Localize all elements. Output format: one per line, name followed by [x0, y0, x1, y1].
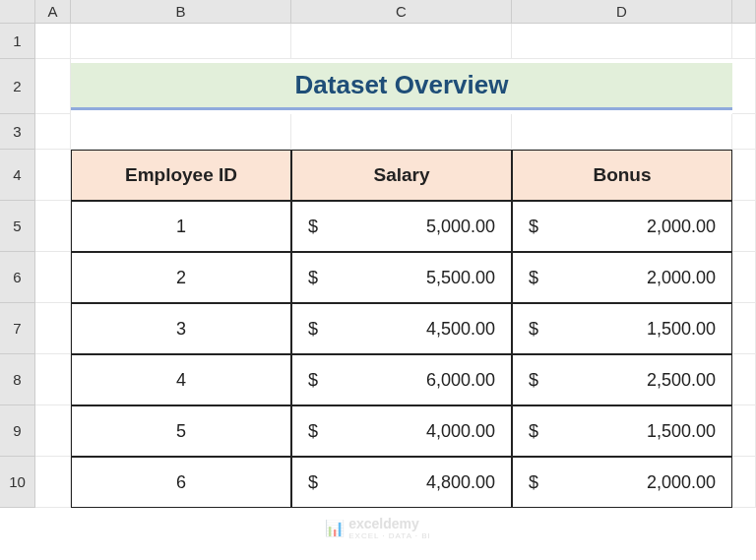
row-header-2[interactable]: 2 — [0, 59, 35, 114]
currency-symbol: $ — [529, 421, 538, 442]
row-header-8[interactable]: 8 — [0, 354, 35, 405]
cell-a7[interactable] — [35, 303, 71, 354]
header-bonus[interactable]: Bonus — [512, 150, 732, 201]
currency-symbol: $ — [529, 268, 538, 288]
cell-salary-6[interactable]: $4,800.00 — [291, 457, 512, 508]
cell-bonus-5[interactable]: $1,500.00 — [512, 405, 732, 457]
currency-symbol: $ — [308, 370, 318, 391]
cell-a2[interactable] — [35, 59, 71, 114]
cell-e5[interactable] — [732, 201, 756, 252]
watermark-sub: EXCEL · DATA · BI — [348, 531, 431, 540]
header-salary[interactable]: Salary — [291, 150, 512, 201]
cell-a6[interactable] — [35, 252, 71, 303]
salary-value: 5,000.00 — [426, 217, 495, 237]
cell-employee-1[interactable]: 1 — [71, 201, 291, 252]
currency-symbol: $ — [529, 472, 538, 493]
cell-e6[interactable] — [732, 252, 756, 303]
cell-bonus-6[interactable]: $2,000.00 — [512, 457, 732, 508]
bonus-value: 2,500.00 — [647, 370, 716, 391]
title-cell[interactable]: Dataset Overview — [71, 63, 732, 110]
cell-a10[interactable] — [35, 457, 71, 508]
row-header-4[interactable]: 4 — [0, 150, 35, 201]
cell-e3[interactable] — [732, 114, 756, 150]
row-header-9[interactable]: 9 — [0, 405, 35, 457]
cell-bonus-3[interactable]: $1,500.00 — [512, 303, 732, 354]
cell-e10[interactable] — [732, 457, 756, 508]
cell-e9[interactable] — [732, 405, 756, 457]
cell-d3[interactable] — [512, 114, 732, 150]
cell-bonus-4[interactable]: $2,500.00 — [512, 354, 732, 405]
col-header-b[interactable]: B — [71, 0, 291, 24]
col-header-d[interactable]: D — [512, 0, 732, 24]
currency-symbol: $ — [308, 268, 318, 288]
currency-symbol: $ — [529, 217, 538, 237]
bonus-value: 2,000.00 — [647, 472, 716, 493]
row-header-7[interactable]: 7 — [0, 303, 35, 354]
bonus-value: 2,000.00 — [647, 217, 716, 237]
salary-value: 4,800.00 — [426, 472, 495, 493]
cell-salary-5[interactable]: $4,000.00 — [291, 405, 512, 457]
cell-d1[interactable] — [512, 24, 732, 59]
row-header-3[interactable]: 3 — [0, 114, 35, 150]
cell-employee-2[interactable]: 2 — [71, 252, 291, 303]
select-all-corner[interactable] — [0, 0, 35, 24]
currency-symbol: $ — [308, 217, 318, 237]
cell-a8[interactable] — [35, 354, 71, 405]
currency-symbol: $ — [529, 319, 538, 340]
cell-bonus-1[interactable]: $2,000.00 — [512, 201, 732, 252]
cell-e8[interactable] — [732, 354, 756, 405]
cell-e7[interactable] — [732, 303, 756, 354]
cell-employee-6[interactable]: 6 — [71, 457, 291, 508]
salary-value: 6,000.00 — [426, 370, 495, 391]
currency-symbol: $ — [308, 421, 318, 442]
header-employee-id[interactable]: Employee ID — [71, 150, 291, 201]
watermark: 📊 exceldemy EXCEL · DATA · BI — [325, 516, 431, 540]
currency-symbol: $ — [308, 472, 318, 493]
col-header-c[interactable]: C — [291, 0, 512, 24]
bonus-value: 1,500.00 — [647, 421, 716, 442]
cell-a9[interactable] — [35, 405, 71, 457]
cell-employee-4[interactable]: 4 — [71, 354, 291, 405]
bonus-value: 1,500.00 — [647, 319, 716, 340]
col-header-a[interactable]: A — [35, 0, 71, 24]
cell-salary-1[interactable]: $5,000.00 — [291, 201, 512, 252]
cell-salary-2[interactable]: $5,500.00 — [291, 252, 512, 303]
watermark-icon: 📊 — [325, 519, 345, 537]
bonus-value: 2,000.00 — [647, 268, 716, 288]
salary-value: 4,500.00 — [426, 319, 495, 340]
cell-c3[interactable] — [291, 114, 512, 150]
cell-c1[interactable] — [291, 24, 512, 59]
cell-e1[interactable] — [732, 24, 756, 59]
row-header-10[interactable]: 10 — [0, 457, 35, 508]
cell-a4[interactable] — [35, 150, 71, 201]
cell-bonus-2[interactable]: $2,000.00 — [512, 252, 732, 303]
salary-value: 5,500.00 — [426, 268, 495, 288]
cell-a3[interactable] — [35, 114, 71, 150]
currency-symbol: $ — [529, 370, 538, 391]
cell-salary-4[interactable]: $6,000.00 — [291, 354, 512, 405]
cell-employee-5[interactable]: 5 — [71, 405, 291, 457]
cell-e2[interactable] — [732, 59, 756, 114]
cell-a1[interactable] — [35, 24, 71, 59]
salary-value: 4,000.00 — [426, 421, 495, 442]
cell-a5[interactable] — [35, 201, 71, 252]
col-header-extra[interactable] — [732, 0, 756, 24]
cell-b3[interactable] — [71, 114, 291, 150]
row-header-6[interactable]: 6 — [0, 252, 35, 303]
row-header-1[interactable]: 1 — [0, 24, 35, 59]
spreadsheet-grid: A B C D 1 2 Dataset Overview 3 4 Employe… — [0, 0, 756, 508]
cell-employee-3[interactable]: 3 — [71, 303, 291, 354]
cell-b1[interactable] — [71, 24, 291, 59]
watermark-text: exceldemy — [348, 516, 419, 531]
row-header-5[interactable]: 5 — [0, 201, 35, 252]
cell-e4[interactable] — [732, 150, 756, 201]
cell-salary-3[interactable]: $4,500.00 — [291, 303, 512, 354]
currency-symbol: $ — [308, 319, 318, 340]
